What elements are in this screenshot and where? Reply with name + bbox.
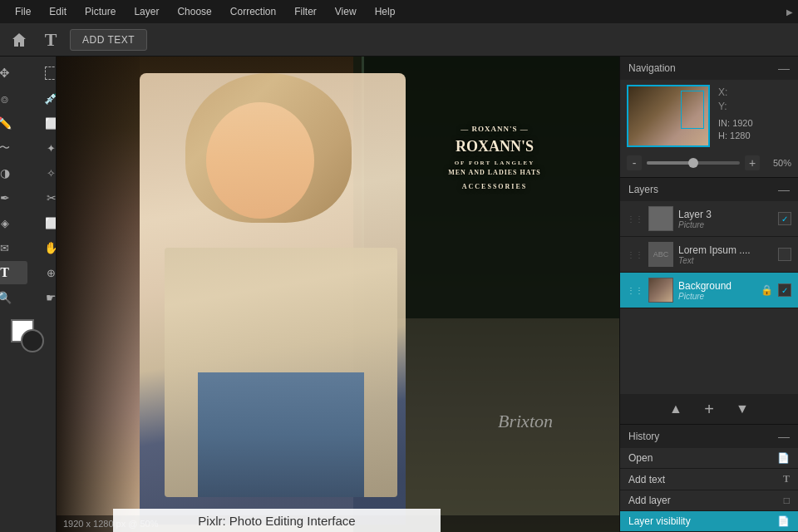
hand-tool[interactable]: ✋ [29,236,57,259]
menu-choose[interactable]: Choose [169,2,219,21]
history-item-layervisibility[interactable]: Layer visibility 📄 [620,511,798,532]
layer-item-background[interactable]: ⋮⋮ Background Picture 🔒 [620,273,798,308]
in-value: 1920 [732,118,752,128]
layer-visibility-lorem[interactable] [778,248,791,261]
canvas-image[interactable]: — ROXANN'S — ROXANN'S OF FORT LANGLEY ME… [57,57,619,532]
zoom-minus-button[interactable]: - [627,155,642,170]
brush-tool[interactable]: ✏️ [0,111,27,135]
marquee-tool[interactable] [29,62,57,85]
expand-icon[interactable]: ▶ [781,0,798,23]
scissors-icon: ✂ [47,191,57,204]
layer-add-button[interactable]: + [699,399,719,419]
eyedropper-icon: 💉 [44,91,57,105]
add-text-button[interactable]: ADD TEXT [70,29,147,51]
layer-actions: ▲ + ▼ [620,394,798,424]
layer-item-lorem[interactable]: ⋮⋮ ABC Lorem Ipsum .... Text [620,237,798,273]
layer-thumbnail-layer3 [648,206,673,231]
in-label: IN: [718,118,730,128]
navigation-title: Navigation [628,62,676,74]
brixton-text: Brixton [498,411,553,432]
history-label-addlayer: Add layer [628,495,671,506]
eraser-tool[interactable]: ⬜ [29,111,57,135]
mail-tool[interactable]: ✉ [0,236,27,259]
layer-visibility-layer3[interactable] [778,212,791,225]
sharpen-icon: ✧ [47,167,56,180]
pan-tool[interactable]: ☛ [29,286,57,309]
lasso-tool[interactable]: ⌾ [0,86,27,110]
layers-collapse-button[interactable]: — [778,183,790,196]
fill-tool[interactable]: ◈ [0,211,27,234]
navigation-thumbnail[interactable] [627,85,710,147]
thumbnail-image [628,86,708,145]
pen-icon: ✒ [0,191,10,204]
scissors-tool[interactable]: ✂ [29,186,57,209]
dodge-tool[interactable]: ◑ [0,161,27,185]
layer-type-background: Picture [678,292,756,301]
menu-picture[interactable]: Picture [76,2,124,21]
zoom-track [647,161,693,165]
zoom-row: - + 50% [620,152,798,177]
layer-info-layer3: Layer 3 Picture [678,209,773,229]
clone-stamp-tool[interactable]: ⊕ [29,261,57,284]
move-tool[interactable]: ✥ [0,62,27,85]
store-sign: — ROXANN'S — ROXANN'S OF FORT LANGLEY ME… [411,123,578,193]
layers-header: Layers — [620,178,798,201]
background-swatch[interactable] [21,329,44,352]
smudge-tool[interactable]: 〜 [0,136,27,160]
pan-icon: ☛ [46,291,57,304]
layer-move-up-button[interactable]: ▲ [666,399,686,419]
layer-drag-handle-bg[interactable]: ⋮⋮ [627,286,643,295]
h-value: 1280 [730,131,750,140]
lock-icon: 🔒 [761,284,773,296]
menubar: File Edit Picture Layer Choose Correctio… [0,0,798,23]
eraser-icon: ⬜ [45,117,57,130]
menu-filter[interactable]: Filter [286,2,325,21]
menu-help[interactable]: Help [367,2,404,21]
history-icon-addlayer: □ [784,495,790,506]
main-layout: ✥ ⌾ 💉 ✏️ ⬜ 〜 [0,57,798,532]
crop-icon: ⬜ [45,217,57,229]
history-item-addtext[interactable]: Add text T [620,469,798,490]
history-icon-open: 📄 [777,452,790,464]
smudge-icon: 〜 [0,140,10,155]
layer-thumbnail-lorem: ABC [648,242,673,267]
sharpen-tool[interactable]: ✧ [29,161,57,185]
text-tool[interactable]: T [0,261,27,284]
layer-name-lorem: Lorem Ipsum .... [678,244,773,256]
layer-item-layer3[interactable]: ⋮⋮ Layer 3 Picture [620,201,798,237]
home-button[interactable] [7,27,32,52]
toolbox: ✥ ⌾ 💉 ✏️ ⬜ 〜 [0,57,57,532]
menu-view[interactable]: View [327,2,365,21]
layer-info-lorem: Lorem Ipsum .... Text [678,244,773,265]
pen-tool[interactable]: ✒ [0,186,27,209]
right-panel: Navigation — X: Y: [619,57,798,532]
layer-move-down-button[interactable]: ▼ [732,399,752,419]
color-swatches [6,318,51,359]
history-item-open[interactable]: Open 📄 [620,448,798,469]
history-item-addlayer[interactable]: Add layer □ [620,490,798,511]
layer-name-layer3: Layer 3 [678,209,773,220]
zoom-slider[interactable] [647,161,740,165]
text-tool-icon[interactable]: T [38,27,63,52]
navigation-header: Navigation — [620,57,798,80]
y-label: Y: [718,101,735,112]
zoom-plus-button[interactable]: + [745,155,760,170]
history-section: History — Open 📄 Add text T Add layer □ … [620,424,798,532]
toolbar: T ADD TEXT [0,23,798,57]
crop-tool[interactable]: ⬜ [29,211,57,234]
layer-visibility-background[interactable] [778,283,791,297]
history-collapse-button[interactable]: — [778,430,790,443]
zoom-tool[interactable]: 🔍 [0,286,27,309]
menu-correction[interactable]: Correction [222,2,284,21]
menu-edit[interactable]: Edit [41,2,75,21]
brush-icon: ✏️ [0,116,12,130]
layer-type-layer3: Picture [678,220,773,229]
eyedropper-tool[interactable]: 💉 [29,86,57,110]
layer-drag-handle[interactable]: ⋮⋮ [627,214,643,224]
menu-layer[interactable]: Layer [126,2,167,21]
navigation-collapse-button[interactable]: — [778,62,790,75]
layer-drag-handle-lorem[interactable]: ⋮⋮ [627,250,643,259]
menu-file[interactable]: File [7,2,39,21]
zoom-thumb[interactable] [688,158,698,168]
heal-tool[interactable]: ✦ [29,136,57,160]
